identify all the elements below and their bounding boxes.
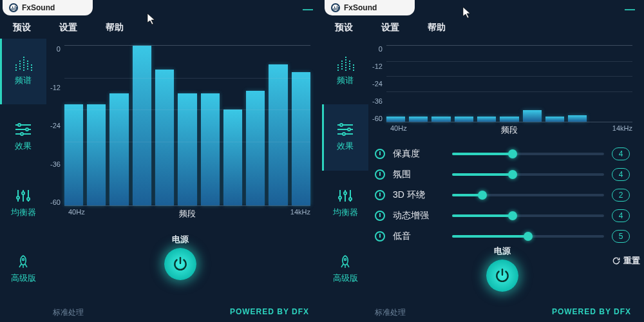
spectrum-bar (431, 117, 450, 122)
spectrum-bar (87, 104, 106, 205)
titlebar[interactable]: FxSound (325, 0, 415, 15)
svg-point-35 (345, 258, 346, 260)
sidebar: 频谱 效果 均衡器 高级版 (0, 39, 46, 302)
menu-presets[interactable]: 预设 (335, 22, 353, 33)
spectrum-bar (386, 117, 405, 122)
svg-point-16 (27, 198, 30, 200)
spectrum-bar (133, 46, 151, 205)
footer-brand: POWERED BY DFX (552, 307, 631, 318)
menubar: 预设 设置 帮助 (322, 15, 644, 39)
effect-power-toggle[interactable] (375, 190, 385, 200)
svg-point-26 (348, 128, 350, 131)
power-icon (172, 256, 189, 272)
tab-equalizer[interactable]: 均衡器 (322, 171, 368, 236)
tab-equalizer[interactable]: 均衡器 (0, 171, 46, 236)
tab-pro[interactable]: 高级版 (322, 236, 368, 302)
main-spectrum: 0 -12 -24 -36 -60 40Hz 频段 14kHz 电源 (46, 39, 322, 302)
sliders-icon (14, 122, 32, 137)
main-effects: 0 -12 -24 -36 -60 40Hz 频段 14kHz 保真度4氛围43… (368, 39, 644, 302)
spectrum-bar (223, 109, 242, 205)
power-button[interactable] (164, 248, 196, 280)
y-axis-labels: 0 -12 -24 -36 -60 (50, 45, 64, 206)
effect-power-toggle[interactable] (375, 231, 385, 242)
effect-row: 3D 环绕2 (375, 189, 630, 202)
spectrum-icon (14, 57, 32, 71)
menu-help[interactable]: 帮助 (428, 22, 446, 33)
x-max: 14kHz (612, 124, 632, 136)
effect-label: 低音 (393, 231, 444, 242)
effect-value: 4 (612, 209, 630, 222)
tab-spectrum-label: 频谱 (15, 75, 32, 86)
footer: 标准处理 POWERED BY DFX (0, 302, 322, 322)
tab-pro[interactable]: 高级版 (0, 236, 46, 302)
effect-power-toggle[interactable] (375, 169, 385, 180)
reset-button[interactable]: 重置 (612, 255, 640, 267)
sliders-icon (336, 122, 354, 137)
spectrum-chart-mini (386, 45, 632, 122)
effect-label: 3D 环绕 (393, 189, 444, 201)
effect-label: 氛围 (393, 169, 444, 180)
x-min: 40Hz (390, 124, 407, 136)
x-max: 14kHz (290, 208, 310, 220)
tab-equalizer-label: 均衡器 (11, 207, 36, 218)
spectrum-bar (455, 117, 473, 122)
effect-power-toggle[interactable] (375, 149, 385, 159)
tab-effects[interactable]: 效果 (0, 104, 46, 170)
tab-effects[interactable]: 效果 (322, 104, 368, 170)
minimize-button[interactable]: — (625, 4, 635, 15)
svg-point-32 (344, 192, 346, 194)
effect-label: 动态增强 (393, 210, 444, 222)
logo-icon (331, 3, 340, 12)
menu-settings[interactable]: 设置 (381, 22, 399, 33)
rocket-icon (14, 254, 32, 269)
spectrum-icon (336, 57, 354, 71)
effect-row: 动态增强4 (375, 209, 630, 222)
status-text: 标准处理 (375, 307, 406, 318)
spectrum-bar (409, 117, 428, 122)
effect-value: 5 (612, 230, 630, 243)
svg-point-24 (340, 124, 343, 126)
effect-row: 低音5 (375, 230, 630, 243)
spectrum-bar (500, 117, 518, 122)
svg-point-34 (349, 198, 352, 200)
x-min: 40Hz (68, 208, 85, 220)
power-button[interactable] (486, 260, 518, 292)
footer-brand: POWERED BY DFX (230, 307, 309, 318)
effect-slider[interactable] (452, 235, 604, 238)
tab-spectrum-label: 频谱 (337, 75, 354, 86)
spectrum-bar (568, 115, 587, 122)
x-caption: 频段 (501, 124, 518, 136)
effect-slider[interactable] (452, 153, 604, 155)
menubar: 预设 设置 帮助 (0, 15, 322, 39)
svg-point-14 (22, 192, 24, 194)
spectrum-bar (269, 64, 287, 205)
effect-slider[interactable] (452, 214, 604, 217)
menu-presets[interactable]: 预设 (13, 22, 31, 33)
footer: 标准处理 POWERED BY DFX (322, 302, 644, 322)
tab-spectrum[interactable]: 频谱 (322, 39, 368, 104)
power-label: 电源 (172, 234, 189, 245)
effect-power-toggle[interactable] (375, 211, 385, 221)
tab-effects-label: 效果 (15, 140, 32, 152)
tab-pro-label: 高级版 (11, 272, 36, 284)
brand-name: FxSound (22, 3, 55, 12)
titlebar[interactable]: FxSound (3, 0, 93, 15)
refresh-icon (612, 256, 621, 265)
svg-point-17 (23, 258, 24, 260)
x-axis: 40Hz 频段 14kHz (50, 206, 310, 220)
equalizer-icon (336, 189, 354, 203)
effect-slider[interactable] (452, 173, 604, 176)
svg-point-30 (339, 196, 341, 199)
menu-settings[interactable]: 设置 (59, 22, 77, 33)
menu-help[interactable]: 帮助 (106, 22, 124, 33)
tab-spectrum[interactable]: 频谱 (0, 39, 46, 104)
sidebar: 频谱 效果 均衡器 高级版 (322, 39, 368, 302)
equalizer-icon (14, 189, 32, 203)
svg-point-6 (18, 124, 21, 126)
minimize-button[interactable]: — (303, 4, 313, 15)
power-label: 电源 (494, 245, 511, 257)
x-caption: 频段 (179, 208, 196, 220)
spectrum-bar (246, 91, 265, 205)
effect-slider[interactable] (452, 194, 604, 196)
effect-row: 保真度4 (375, 147, 630, 160)
